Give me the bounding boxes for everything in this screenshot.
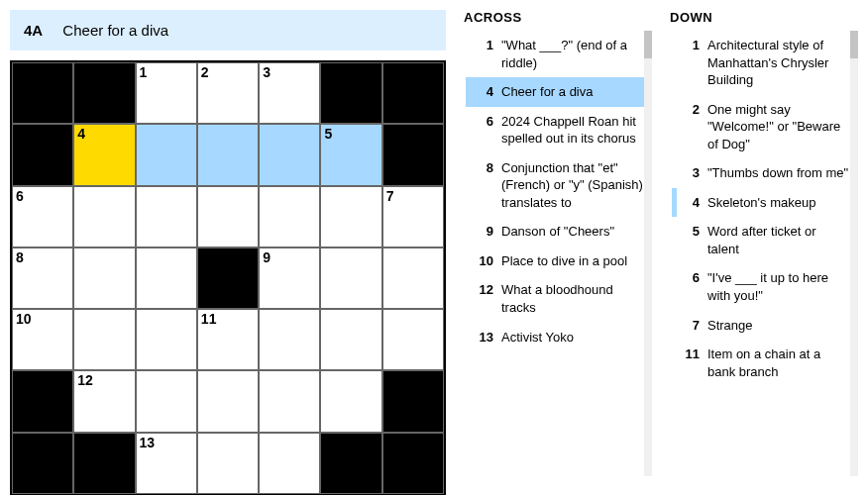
grid-cell[interactable] <box>73 309 135 370</box>
grid-cell[interactable]: 10 <box>12 309 73 370</box>
cell-number: 4 <box>77 126 85 142</box>
across-clue[interactable]: 13Activist Yoko <box>466 323 652 352</box>
grid-cell[interactable] <box>197 124 259 185</box>
grid-cell <box>73 433 135 494</box>
clue-number: 3 <box>680 164 700 182</box>
clue-number: 13 <box>474 329 493 346</box>
cell-number: 8 <box>16 249 24 265</box>
across-clue[interactable]: 4Cheer for a diva <box>466 77 652 107</box>
clue-text: One might say "Welcome!" or "Beware of D… <box>707 101 850 153</box>
down-clue[interactable]: 11Item on a chain at a bank branch <box>672 340 858 386</box>
grid-cell[interactable]: 1 <box>136 62 197 124</box>
grid-cell[interactable]: 3 <box>259 62 320 124</box>
clue-text: What a bloodhound tracks <box>501 281 644 316</box>
grid-cell[interactable]: 5 <box>320 124 381 185</box>
down-clue[interactable]: 1Architectural style of Manhattan's Chry… <box>672 31 858 95</box>
clue-number: 5 <box>680 223 700 257</box>
clue-text: Conjunction that "et" (French) or "y" (S… <box>501 159 644 212</box>
clue-number: 9 <box>474 223 493 241</box>
across-clue[interactable]: 12What a bloodhound tracks <box>466 275 652 322</box>
grid-cell[interactable] <box>320 186 381 248</box>
cell-number: 5 <box>324 126 332 142</box>
down-clue[interactable]: 5Word after ticket or talent <box>672 217 858 263</box>
down-clue[interactable]: 4Skeleton's makeup <box>672 188 858 218</box>
grid-cell[interactable] <box>382 248 444 309</box>
grid-cell[interactable] <box>259 186 320 248</box>
grid-cell[interactable] <box>259 370 320 432</box>
down-clue[interactable]: 6"I've ___ it up to here with you!" <box>672 263 858 310</box>
grid-cell[interactable] <box>259 433 320 494</box>
clue-text: 2024 Chappell Roan hit spelled out in it… <box>501 113 644 148</box>
cell-number: 1 <box>140 64 148 80</box>
across-clue[interactable]: 1"What ___?" (end of a riddle) <box>466 31 652 77</box>
grid-cell <box>73 62 135 124</box>
grid-cell[interactable] <box>136 248 197 309</box>
grid-cell[interactable]: 11 <box>197 309 259 370</box>
across-header: ACROSS <box>464 10 652 25</box>
cell-number: 6 <box>16 188 24 204</box>
grid-cell[interactable] <box>136 309 197 370</box>
grid-cell <box>197 248 259 309</box>
clue-text: Skeleton's makeup <box>707 194 815 212</box>
grid-cell[interactable] <box>259 309 320 370</box>
grid-cell <box>382 433 444 494</box>
across-clue[interactable]: 10Place to dive in a pool <box>466 247 652 276</box>
clue-text: "What ___?" (end of a riddle) <box>501 37 644 71</box>
cell-number: 10 <box>16 311 32 327</box>
grid-cell[interactable]: 9 <box>259 248 320 309</box>
grid-cell[interactable] <box>320 309 381 370</box>
grid-cell[interactable] <box>197 370 259 432</box>
crossword-grid[interactable]: 12345678910111213 <box>10 60 446 495</box>
current-clue-bar: 4A Cheer for a diva <box>10 10 446 50</box>
across-clue[interactable]: 9Danson of "Cheers" <box>466 217 652 247</box>
clue-number: 8 <box>474 159 493 212</box>
clue-text: Place to dive in a pool <box>501 252 627 270</box>
across-clue[interactable]: 62024 Chappell Roan hit spelled out in i… <box>466 107 652 153</box>
clue-text: Strange <box>707 317 753 335</box>
down-clue[interactable]: 7Strange <box>672 311 858 341</box>
clue-text: Danson of "Cheers" <box>501 223 614 241</box>
grid-cell[interactable] <box>259 124 320 185</box>
grid-cell[interactable] <box>136 370 197 432</box>
cell-number: 3 <box>263 64 271 80</box>
down-list[interactable]: 1Architectural style of Manhattan's Chry… <box>670 31 858 476</box>
grid-cell[interactable]: 4 <box>73 124 135 185</box>
grid-cell[interactable]: 7 <box>382 186 444 248</box>
grid-cell[interactable]: 8 <box>12 248 73 309</box>
clue-number: 6 <box>680 269 700 304</box>
clue-number: 1 <box>680 37 700 89</box>
cell-number: 2 <box>201 64 209 80</box>
grid-cell[interactable]: 13 <box>136 433 197 494</box>
grid-cell[interactable] <box>136 186 197 248</box>
across-clue[interactable]: 8Conjunction that "et" (French) or "y" (… <box>466 153 652 218</box>
grid-cell <box>382 124 444 185</box>
down-clue[interactable]: 3"Thumbs down from me" <box>672 158 858 188</box>
grid-cell <box>320 433 381 494</box>
across-list[interactable]: 1"What ___?" (end of a riddle)4Cheer for… <box>464 31 652 476</box>
down-clue[interactable]: 2One might say "Welcome!" or "Beware of … <box>672 95 858 159</box>
down-header: DOWN <box>670 10 858 25</box>
clue-number: 12 <box>474 281 493 316</box>
grid-cell[interactable] <box>136 124 197 185</box>
clue-text: Word after ticket or talent <box>707 223 850 257</box>
clue-number: 11 <box>680 346 700 380</box>
grid-cell[interactable] <box>320 248 381 309</box>
clue-text: "I've ___ it up to here with you!" <box>707 269 850 304</box>
clue-number: 10 <box>474 252 493 270</box>
grid-cell[interactable]: 12 <box>73 370 135 432</box>
cell-number: 7 <box>386 188 394 204</box>
grid-cell <box>320 62 381 124</box>
clue-text: Architectural style of Manhattan's Chrys… <box>707 37 850 89</box>
grid-cell[interactable]: 2 <box>197 62 259 124</box>
grid-cell[interactable] <box>73 248 135 309</box>
current-clue-text: Cheer for a diva <box>62 22 168 39</box>
clue-text: Item on a chain at a bank branch <box>707 346 850 380</box>
grid-cell[interactable] <box>197 186 259 248</box>
grid-cell[interactable] <box>73 186 135 248</box>
grid-cell[interactable]: 6 <box>12 186 73 248</box>
grid-cell[interactable] <box>320 370 381 432</box>
clue-number: 1 <box>474 37 493 71</box>
grid-cell[interactable] <box>382 309 444 370</box>
grid-cell <box>12 124 73 185</box>
grid-cell[interactable] <box>197 433 259 494</box>
